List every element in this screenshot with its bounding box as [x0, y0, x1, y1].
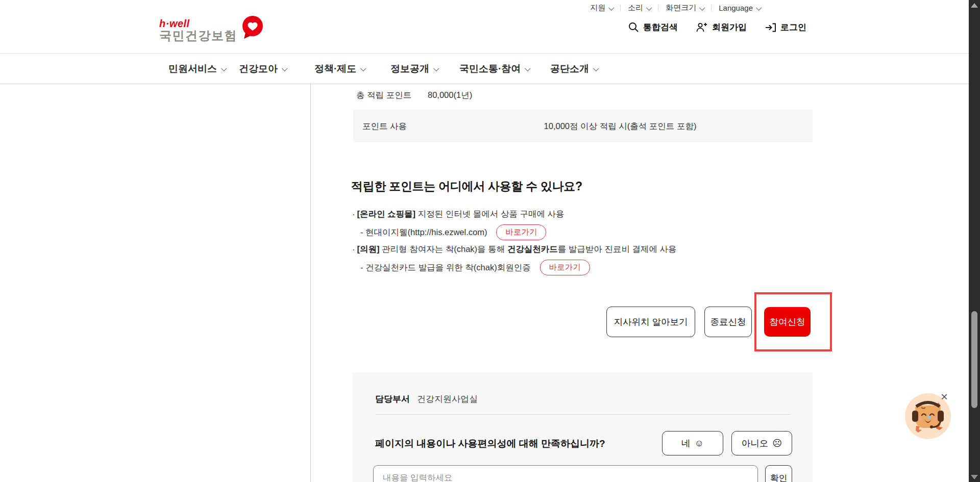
nav-item-disclosure[interactable]: 정보공개 [390, 54, 438, 84]
no-label: 아니오 [742, 437, 769, 449]
header-actions: 통합검색 회원가입 로그인 [628, 21, 806, 33]
person-plus-icon [696, 22, 708, 33]
scrollbar-up-arrow-icon[interactable] [971, 3, 978, 8]
sub-item-chak: - 건강실천카드 발급을 위한 착(chak)회원인증 바로가기 [360, 260, 590, 275]
utility-language[interactable]: Language [719, 4, 761, 12]
divider [658, 5, 658, 11]
nav-item-about[interactable]: 공단소개 [550, 54, 598, 84]
utility-support-label: 지원 [590, 3, 605, 13]
end-application-button[interactable]: 종료신청 [704, 307, 752, 337]
sub-item-text: - 건강실천카드 발급을 위한 착(chak)회원인증 [360, 262, 531, 273]
login[interactable]: 로그인 [765, 21, 806, 33]
utility-screen-size-label: 화면크기 [666, 3, 696, 13]
bullet-marker: · [352, 245, 355, 255]
sign-up[interactable]: 회원가입 [696, 21, 747, 33]
branch-location-button[interactable]: 지사위치 알아보기 [606, 307, 695, 337]
department-label: 담당부서 [375, 393, 410, 405]
bullet-text: 를 발급받아 진료비 결제에 사용 [558, 244, 677, 253]
nav-label: 공단소개 [550, 62, 589, 75]
shortcut-button-chak[interactable]: 바로가기 [540, 260, 590, 275]
shortcut-button-ezwel[interactable]: 바로가기 [496, 224, 546, 240]
row-label: 포인트 사용 [362, 121, 407, 132]
divider [375, 414, 791, 415]
utility-screen-size[interactable]: 화면크기 [666, 3, 704, 13]
chevron-down-icon [646, 5, 652, 10]
search-icon [628, 22, 639, 33]
smile-icon: ☺ [695, 439, 704, 448]
bullet-marker: · [352, 210, 355, 219]
chevron-down-icon [756, 5, 762, 10]
utility-bar: 지원 소리 화면크기 Language [590, 3, 761, 13]
apply-button[interactable]: 참여신청 [764, 307, 811, 337]
utility-language-label: Language [719, 4, 753, 12]
row-value: 80,000(1년) [428, 90, 472, 101]
bullet-bold: [온라인 쇼핑몰] [357, 209, 416, 218]
unified-search-label: 통합검색 [643, 21, 678, 33]
bullet-clinic: · [의원] 관리형 참여자는 착(chak)을 통해 건강실천카드를 발급받아… [352, 244, 677, 255]
sign-up-label: 회원가입 [712, 21, 747, 33]
chevron-down-icon [593, 65, 599, 71]
utility-sound-label: 소리 [628, 3, 643, 13]
nav-item-policy[interactable]: 정책·제도 [314, 54, 365, 84]
nav-label: 정책·제도 [314, 62, 356, 75]
chevron-down-icon [608, 5, 614, 10]
survey-yes-button[interactable]: 네 ☺ [662, 431, 723, 455]
global-nav: 민원서비스 건강모아 정책·제도 정보공개 국민소통·참여 공단소개 [0, 53, 969, 84]
table-row-total-points: 총 적립 포인트 80,000(1년) [353, 84, 813, 110]
nav-label: 정보공개 [390, 62, 429, 75]
bullet-text: 관리형 참여자는 착(chak)을 통해 [380, 244, 507, 253]
yes-label: 네 [681, 437, 691, 449]
logo-hwell: h·well [159, 18, 237, 29]
nav-item-health-moa[interactable]: 건강모아 [239, 54, 286, 84]
chevron-down-icon [282, 65, 287, 71]
utility-support[interactable]: 지원 [590, 3, 613, 13]
sidebar-divider [310, 83, 311, 482]
bullet-bold: [의원] [357, 244, 380, 253]
divider [620, 5, 621, 11]
department-value: 건강지원사업실 [417, 393, 478, 405]
nav-label: 민원서비스 [168, 62, 217, 75]
unified-search[interactable]: 통합검색 [628, 21, 678, 33]
chevron-down-icon [360, 65, 366, 71]
bullet-bold: 건강실천카드 [507, 244, 558, 253]
scrollbar-thumb[interactable] [971, 311, 977, 408]
sub-item-ezwel: - 현대이지웰(http://his.ezwel.com) 바로가기 [360, 224, 546, 240]
bullet-text: 지정된 인터넷 몰에서 상품 구매에 사용 [415, 209, 565, 218]
chatbot-close-icon[interactable]: × [941, 391, 948, 403]
bullet-online-mall: · [온라인 쇼핑몰] 지정된 인터넷 몰에서 상품 구매에 사용 [352, 209, 565, 220]
chevron-down-icon [525, 65, 530, 71]
chevron-down-icon [699, 5, 705, 10]
utility-sound[interactable]: 소리 [628, 3, 651, 13]
logo-korean: 국민건강보험 [159, 29, 237, 42]
table-row-point-usage: 포인트 사용 10,000점 이상 적립 시(출석 포인트 포함) [353, 110, 813, 142]
nav-label: 건강모아 [239, 62, 278, 75]
feedback-input[interactable] [373, 465, 758, 482]
nav-label: 국민소통·참여 [459, 62, 521, 75]
row-value: 10,000점 이상 적립 시(출석 포인트 포함) [428, 121, 813, 132]
divider [711, 5, 712, 11]
sub-item-text: - 현대이지웰(http://his.ezwel.com) [360, 227, 487, 238]
scrollbar-track[interactable] [969, 0, 980, 482]
scrollbar-down-arrow-icon[interactable] [971, 475, 978, 479]
nav-item-civil-service[interactable]: 민원서비스 [168, 54, 226, 84]
confirm-button[interactable]: 확인 [765, 465, 792, 482]
row-label: 총 적립 포인트 [356, 90, 411, 101]
section-heading: 적립한 포인트는 어디에서 사용할 수 있나요? [351, 179, 582, 194]
chevron-down-icon [433, 65, 439, 71]
survey-question: 페이지의 내용이나 사용편의성에 대해 만족하십니까? [375, 437, 605, 450]
login-arrow-icon [765, 22, 776, 33]
chevron-down-icon [221, 65, 227, 71]
logo-text: h·well 국민건강보험 [159, 15, 237, 42]
login-label: 로그인 [780, 21, 806, 33]
frown-icon: ☹ [772, 439, 782, 448]
heart-bubble-icon [240, 15, 264, 40]
site-logo[interactable]: h·well 국민건강보험 [159, 15, 264, 42]
survey-no-button[interactable]: 아니오 ☹ [731, 431, 792, 455]
nav-item-communication[interactable]: 국민소통·참여 [459, 54, 529, 84]
